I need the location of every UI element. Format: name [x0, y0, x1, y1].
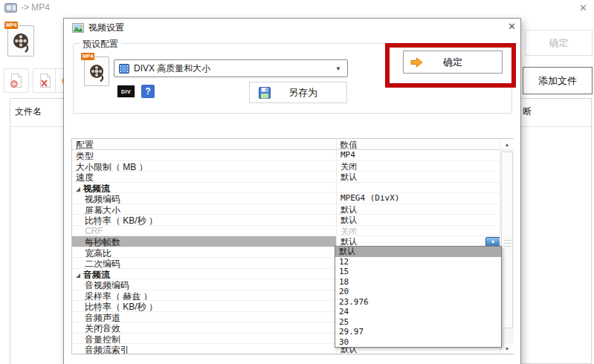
orange-arrow-icon — [410, 57, 423, 68]
fps-option[interactable]: 20 — [335, 287, 501, 297]
chevron-down-icon: ▼ — [335, 65, 341, 72]
main-close-icon[interactable]: ✕ — [579, 2, 587, 13]
setting-label: 音频流索引 — [72, 344, 336, 354]
settings-row[interactable]: 屏幕大小默认 — [72, 204, 513, 215]
fps-option[interactable]: 18 — [335, 277, 501, 287]
setting-value: MPEG4 (DivX) — [336, 193, 399, 204]
file-list-header: 文件名 — [10, 99, 69, 127]
settings-row[interactable]: 视频编码MPEG4 (DivX) — [72, 193, 513, 204]
setting-label: 类型 — [72, 150, 336, 160]
setting-label: 屏幕大小 — [72, 204, 336, 215]
setting-value: MP4 — [336, 150, 355, 160]
setting-value: 关闭 — [336, 226, 357, 236]
setting-label: 每秒帧数 — [72, 236, 336, 247]
save-as-button[interactable]: 另存为 — [249, 82, 347, 103]
diagnosis-column-header: 断 — [521, 99, 591, 127]
ok-label: 确定 — [443, 56, 462, 69]
preset-group-label: 预设配置 — [80, 38, 121, 51]
fps-option[interactable]: 15 — [335, 267, 501, 277]
setting-value: 默认 — [336, 204, 357, 215]
setting-label: 大小限制（ MB ） — [72, 161, 336, 172]
settings-row[interactable]: 视频流 — [72, 183, 513, 194]
help-button[interactable]: ? — [141, 85, 155, 98]
setting-label: 音视频编码 — [72, 279, 336, 290]
setting-label: 音量控制 — [72, 334, 336, 344]
settings-row[interactable]: 速度默认 — [72, 172, 513, 183]
fps-combo-button[interactable]: ▼ — [485, 237, 500, 247]
setting-label: CRF — [72, 226, 336, 236]
setting-label: 关闭音效 — [72, 322, 336, 333]
fps-option[interactable]: 12 — [335, 257, 501, 267]
dialog-ok-button[interactable]: 确定 — [403, 51, 503, 74]
preset-combo-value: DIVX 高质量和大小 — [134, 62, 335, 75]
page-delete-icon — [39, 73, 52, 88]
setting-label: 采样率（ 赫兹 ） — [72, 290, 336, 301]
mp4-badge: MP4 — [81, 53, 94, 60]
fps-option[interactable]: 默认 — [335, 247, 501, 257]
dialog-title: 视频设置 — [88, 22, 124, 34]
setting-value: 关闭 — [336, 161, 357, 172]
scrollbar-thumb[interactable] — [501, 152, 513, 328]
fps-option[interactable]: 24 — [335, 307, 501, 317]
mp4-badge: MP4 — [4, 22, 18, 29]
file-list-panel: 文件名 — [10, 98, 69, 364]
delete-file-button[interactable] — [33, 68, 58, 93]
floppy-icon — [259, 87, 271, 99]
fps-option[interactable]: 25 — [335, 317, 501, 328]
fps-dropdown-list: 默认1215182023.976242529.9730 — [335, 246, 502, 348]
table-header-row: 配置 数值 — [72, 139, 513, 150]
preset-combobox[interactable]: DIVX 高质量和大小 ▼ — [114, 59, 348, 77]
fps-option[interactable]: 30 — [335, 337, 501, 348]
scroll-up-icon[interactable]: ▲ — [500, 139, 514, 150]
picture-icon — [72, 23, 84, 33]
remove-file-button[interactable] — [4, 68, 29, 93]
setting-value: 默认 — [336, 236, 357, 247]
settings-row[interactable]: CRF关闭 — [72, 226, 513, 237]
mp4-document-icon: MP4 — [6, 24, 36, 58]
setting-label: 音频流 — [72, 269, 336, 279]
video-settings-dialog: 视频设置 ✕ 预设配置 MP4 DIVX 高质量和大小 ▼ DIV ? 另存为 … — [63, 18, 521, 364]
settings-row[interactable]: 比特率（ KB/秒 ）默认 — [72, 215, 513, 226]
setting-label: 视频编码 — [72, 193, 336, 204]
add-file-button[interactable]: 添加文件 — [523, 67, 593, 94]
scrollbar-grip — [504, 240, 511, 247]
setting-label: 比特率（ KB/秒 ） — [72, 301, 336, 311]
setting-label: 速度 — [72, 172, 336, 182]
setting-label: 二次编码 — [72, 258, 336, 268]
app-icon — [4, 2, 17, 13]
settings-row[interactable]: 类型MP4 — [72, 150, 513, 161]
dialog-close-icon[interactable]: ✕ — [508, 21, 516, 32]
setting-label: 视频流 — [72, 183, 336, 193]
setting-label: 音频声道 — [72, 312, 336, 322]
divx-logo-icon[interactable]: DIV — [117, 85, 135, 97]
save-as-label: 另存为 — [288, 86, 317, 100]
page-remove-icon — [10, 73, 23, 88]
setting-label: 比特率（ KB/秒 ） — [72, 215, 336, 225]
setting-value: 默认 — [336, 215, 357, 225]
fps-option[interactable]: 23.976 — [335, 297, 501, 308]
diagnosis-list-panel: 断 — [520, 98, 592, 364]
fps-option[interactable]: 29.97 — [335, 327, 501, 337]
settings-row[interactable]: 大小限制（ MB ）关闭 — [72, 161, 513, 172]
film-icon — [119, 64, 129, 74]
main-window-title: -> MP4 — [21, 2, 50, 13]
scroll-down-icon[interactable]: ▼ — [500, 342, 514, 354]
setting-value: 默认 — [336, 172, 357, 182]
setting-value — [336, 183, 340, 193]
setting-label: 宽高比 — [72, 247, 336, 258]
mp4-document-icon: MP4 — [83, 55, 111, 88]
main-ok-button[interactable]: 确定 — [525, 30, 593, 56]
